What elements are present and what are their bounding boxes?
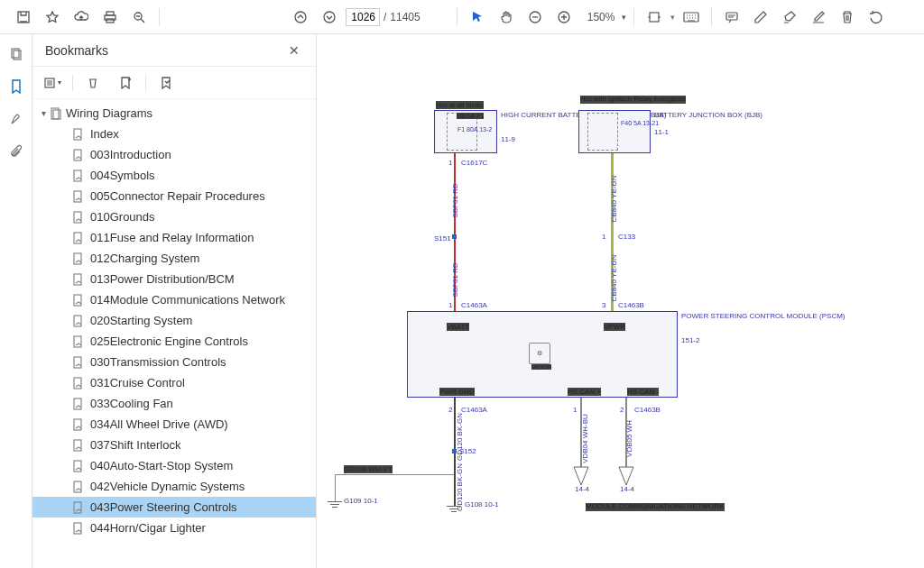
svg-rect-0 [18, 12, 29, 23]
bookmarks-tools: ▾ [32, 67, 316, 99]
toolbar: / 11405 150% ▾ ▾ [0, 0, 924, 34]
annotations-panel-icon[interactable] [7, 110, 25, 128]
chevron-down-icon: ▾ [622, 13, 626, 22]
bookmark-item[interactable]: 042Vehicle Dynamic Systems [32, 476, 316, 497]
svg-rect-11 [726, 13, 737, 20]
zoom-in-icon[interactable] [551, 5, 577, 30]
bookmarks-panel: Bookmarks ✕ ▾ ▾ Wiring DiagramsIndex003I… [32, 34, 317, 568]
bookmark-item[interactable]: 030Transmission Controls [32, 352, 316, 372]
add-bookmark-icon[interactable] [113, 70, 138, 96]
keyboard-icon[interactable] [679, 5, 704, 30]
motor-icon: ⚙ [529, 343, 550, 364]
arrow-icon [618, 465, 634, 485]
bookmark-item[interactable]: 037Shift Interlock [32, 435, 316, 455]
svg-rect-3 [106, 19, 114, 23]
bookmark-item[interactable]: 031Cruise Control [32, 372, 316, 393]
svg-rect-34 [74, 481, 81, 492]
bookmark-root[interactable]: ▾ Wiring Diagrams [32, 103, 316, 124]
sign-icon[interactable] [806, 5, 831, 30]
bookmark-item[interactable]: 014Module Communications Network [32, 289, 316, 310]
separator [711, 8, 712, 26]
bookmark-item[interactable]: 040Auto-Start-Stop System [32, 455, 316, 476]
svg-marker-38 [619, 467, 633, 485]
bookmark-item[interactable]: 013Power Distribution/BCM [32, 269, 316, 289]
page-down-icon[interactable] [317, 5, 342, 30]
bookmark-item[interactable]: 012Charging System [32, 248, 316, 269]
chevron-down-icon[interactable]: ▾ [670, 13, 675, 22]
svg-point-5 [295, 12, 306, 23]
fit-width-icon[interactable] [642, 5, 667, 30]
expand-icon[interactable]: ▾ [40, 70, 65, 96]
svg-rect-35 [74, 502, 81, 513]
svg-rect-32 [74, 440, 81, 451]
svg-rect-24 [74, 274, 81, 285]
svg-rect-9 [650, 13, 659, 22]
page-input[interactable] [346, 8, 380, 26]
star-icon[interactable] [40, 5, 65, 30]
bookmarks-title: Bookmarks [45, 43, 108, 58]
page-total: 11405 [390, 11, 420, 23]
zoom-mode-icon[interactable] [126, 5, 152, 30]
svg-rect-23 [74, 253, 81, 264]
close-icon[interactable]: ✕ [285, 41, 303, 60]
bookmark-item[interactable]: 034All Wheel Drive (AWD) [32, 414, 316, 435]
separator [159, 8, 160, 26]
cloud-upload-icon[interactable] [69, 5, 94, 30]
svg-rect-19 [74, 170, 81, 181]
arrow-icon [573, 465, 589, 485]
svg-rect-21 [74, 212, 81, 223]
attachments-panel-icon[interactable] [7, 142, 25, 160]
bookmark-item[interactable]: 025Electronic Engine Controls [32, 331, 316, 352]
svg-rect-17 [74, 129, 81, 140]
hand-icon[interactable] [494, 5, 519, 30]
bookmarks-list[interactable]: ▾ Wiring DiagramsIndex003Introduction004… [32, 99, 316, 568]
svg-rect-30 [74, 399, 81, 409]
page-up-icon[interactable] [288, 5, 313, 30]
left-rail [0, 34, 32, 568]
bookmark-item[interactable]: 005Connector Repair Procedures [32, 186, 316, 206]
bookmark-item[interactable]: 043Power Steering Controls [32, 497, 316, 518]
svg-point-6 [324, 12, 335, 23]
bookmark-item[interactable]: 044Horn/Cigar Lighter [32, 518, 316, 538]
svg-rect-29 [74, 378, 81, 389]
svg-rect-26 [74, 316, 81, 326]
pages-panel-icon[interactable] [7, 45, 25, 63]
undo-icon[interactable] [864, 5, 889, 30]
svg-rect-20 [74, 191, 81, 202]
svg-rect-31 [74, 419, 81, 430]
print-icon[interactable] [97, 5, 123, 30]
main: Bookmarks ✕ ▾ ▾ Wiring DiagramsIndex003I… [0, 34, 924, 568]
svg-rect-33 [74, 461, 81, 472]
pencil-icon[interactable] [748, 5, 773, 30]
zoom-indicator[interactable]: 150% ▾ [587, 11, 627, 23]
bookmark-item[interactable]: 011Fuse and Relay Information [32, 227, 316, 248]
bookmarks-header: Bookmarks ✕ [32, 34, 316, 67]
svg-rect-22 [74, 233, 81, 243]
comment-icon[interactable] [719, 5, 744, 30]
pointer-icon[interactable] [465, 5, 490, 30]
locate-bookmark-icon[interactable] [153, 70, 179, 96]
wiring-diagram: Hot at all times MEGA F1 F1 80A 13-2 HIG… [434, 97, 921, 557]
delete-bookmark-icon[interactable] [80, 70, 106, 96]
bookmark-item[interactable]: 004Symbols [32, 165, 316, 186]
save-icon[interactable] [11, 5, 36, 30]
document-viewer[interactable]: Hot at all times MEGA F1 F1 80A 13-2 HIG… [317, 34, 924, 568]
bookmark-item[interactable]: 010Grounds [32, 206, 316, 227]
bookmark-item[interactable]: 020Starting System [32, 310, 316, 331]
page-indicator: / 11405 [346, 8, 420, 26]
separator [633, 8, 634, 26]
zoom-out-icon[interactable] [522, 5, 548, 30]
highlight-icon[interactable] [777, 5, 802, 30]
svg-rect-27 [74, 336, 81, 347]
bookmark-item[interactable]: Index [32, 124, 316, 144]
svg-marker-37 [574, 467, 588, 485]
bookmark-item[interactable]: 033Cooling Fan [32, 393, 316, 414]
trash-icon[interactable] [835, 5, 860, 30]
bookmarks-panel-icon[interactable] [7, 78, 25, 96]
svg-rect-16 [53, 110, 60, 119]
separator [457, 8, 457, 26]
bookmark-item[interactable]: 003Introduction [32, 144, 316, 165]
svg-rect-28 [74, 357, 81, 368]
svg-rect-18 [74, 150, 81, 160]
svg-rect-36 [74, 523, 81, 534]
